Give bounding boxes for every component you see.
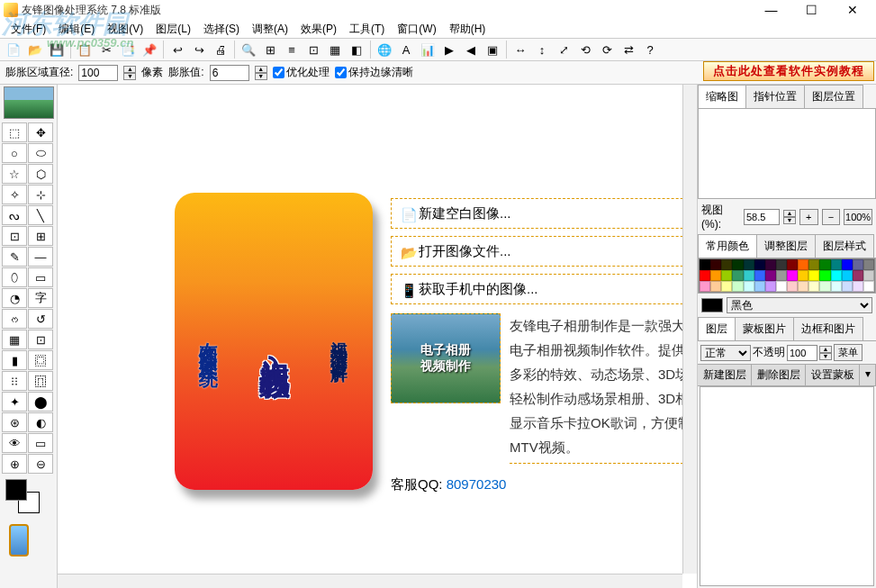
layer-menu-button[interactable]: 菜单 — [834, 344, 862, 361]
toolbar-button-0[interactable]: 📄 — [4, 40, 23, 59]
tool-7[interactable]: ⊹ — [28, 185, 53, 204]
tool-17[interactable]: 字 — [28, 288, 53, 308]
zoom-out-button[interactable]: − — [822, 209, 841, 225]
toolbar-button-17[interactable]: A — [396, 40, 416, 59]
toolbar-button-22[interactable]: ↔ — [510, 40, 530, 59]
toolbar-button-11[interactable]: ⊞ — [260, 40, 280, 59]
toolbar-button-9[interactable]: 🖨 — [211, 40, 230, 59]
palette-color[interactable] — [842, 270, 853, 281]
toolbar-button-18[interactable]: 📊 — [418, 40, 438, 59]
delete-layer-button[interactable]: 删除图层 — [752, 365, 806, 385]
menu-view[interactable]: 视图(V) — [102, 20, 149, 39]
menu-select[interactable]: 选择(S) — [198, 20, 245, 39]
palette-color[interactable] — [700, 270, 710, 281]
menu-file[interactable]: 文件(F) — [5, 20, 51, 39]
blend-mode-select[interactable]: 正常 — [700, 345, 751, 361]
toolbar-button-13[interactable]: ⊡ — [303, 40, 323, 59]
optimize-checkbox[interactable]: 优化处理 — [273, 65, 330, 80]
palette-color[interactable] — [831, 281, 842, 292]
palette-color[interactable] — [732, 259, 743, 270]
horizontal-scrollbar[interactable] — [58, 574, 682, 588]
tool-1[interactable]: ✥ — [28, 122, 53, 142]
set-mask-button[interactable]: 设置蒙板 — [806, 365, 860, 385]
toolbar-button-24[interactable]: ⤢ — [554, 40, 573, 59]
palette-color[interactable] — [744, 259, 754, 270]
tool-30[interactable]: 👁 — [2, 433, 27, 453]
tool-21[interactable]: ⊡ — [28, 330, 53, 349]
new-blank-image-link[interactable]: 📄新建空白图像... — [391, 198, 698, 229]
dilate-diameter-input[interactable] — [78, 65, 118, 81]
tool-33[interactable]: ⊖ — [28, 454, 53, 474]
menu-adjust[interactable]: 调整(A) — [247, 20, 294, 39]
toolbar-button-21[interactable]: ▣ — [483, 40, 502, 59]
palette-color[interactable] — [831, 259, 842, 270]
toolbar-button-2[interactable]: 💾 — [47, 40, 67, 59]
palette-color[interactable] — [863, 281, 874, 292]
tab-thumbnail[interactable]: 缩略图 — [698, 85, 746, 108]
tool-13[interactable]: — — [28, 247, 53, 267]
palette-color[interactable] — [765, 270, 776, 281]
zoom-in-button[interactable]: + — [799, 209, 818, 225]
palette-color[interactable] — [831, 270, 842, 281]
palette-color[interactable] — [853, 281, 863, 292]
tool-29[interactable]: ◐ — [28, 412, 53, 432]
palette-color[interactable] — [721, 281, 732, 292]
palette-color[interactable] — [776, 259, 787, 270]
tool-11[interactable]: ⊞ — [28, 226, 53, 246]
phone-icon[interactable] — [9, 524, 29, 556]
maximize-button[interactable]: ☐ — [791, 0, 832, 20]
palette-color[interactable] — [710, 270, 721, 281]
spin-up[interactable]: ▲ — [783, 210, 796, 217]
toolbar-button-25[interactable]: ⟲ — [575, 40, 595, 59]
palette-color[interactable] — [700, 259, 710, 270]
layer-list[interactable] — [700, 386, 874, 586]
palette-color[interactable] — [721, 259, 732, 270]
tool-4[interactable]: ☆ — [2, 164, 27, 184]
toolbar-button-20[interactable]: ◀ — [461, 40, 481, 59]
toolbar-button-12[interactable]: ≡ — [282, 40, 302, 59]
palette-color[interactable] — [721, 270, 732, 281]
palette-color[interactable] — [798, 281, 808, 292]
toolbar-button-6[interactable]: 📌 — [140, 40, 159, 59]
palette-color[interactable] — [776, 281, 787, 292]
tool-28[interactable]: ⊛ — [2, 412, 27, 432]
palette-color[interactable] — [710, 281, 721, 292]
qq-number[interactable]: 80970230 — [447, 476, 507, 492]
tool-31[interactable]: ▭ — [28, 433, 53, 453]
tab-pointer[interactable]: 指针位置 — [745, 85, 805, 108]
palette-color[interactable] — [732, 270, 743, 281]
tool-32[interactable]: ⊕ — [2, 454, 27, 474]
tab-layer-style[interactable]: 图层样式 — [815, 234, 874, 258]
minimize-button[interactable]: — — [751, 0, 791, 20]
toolbar-button-1[interactable]: 📂 — [25, 40, 45, 59]
get-phone-image-link[interactable]: 📱获取手机中的图像... — [391, 274, 698, 304]
tool-26[interactable]: ✦ — [2, 392, 27, 412]
color-palette[interactable] — [699, 258, 875, 293]
tool-9[interactable]: ╲ — [28, 205, 53, 225]
tutorial-banner[interactable]: 点击此处查看软件实例教程 — [703, 61, 874, 81]
toolbar-button-23[interactable]: ↕ — [532, 40, 552, 59]
menu-help[interactable]: 帮助(H) — [444, 20, 492, 39]
toolbar-button-26[interactable]: ⟳ — [597, 40, 617, 59]
palette-color[interactable] — [808, 281, 819, 292]
palette-color[interactable] — [842, 281, 853, 292]
tool-3[interactable]: ⬭ — [28, 143, 53, 163]
tool-23[interactable]: ⿴ — [28, 350, 53, 370]
tool-25[interactable]: ⿵ — [28, 371, 53, 391]
palette-color[interactable] — [798, 270, 808, 281]
menu-edit[interactable]: 编辑(E) — [53, 20, 100, 39]
tool-2[interactable]: ○ — [2, 143, 27, 163]
spin-down[interactable]: ▼ — [255, 73, 267, 80]
open-image-file-link[interactable]: 📂打开图像文件... — [391, 236, 698, 267]
menu-window[interactable]: 窗口(W) — [392, 20, 441, 39]
color-name-select[interactable]: 黑色 — [727, 297, 872, 313]
tab-mask[interactable]: 蒙板图片 — [735, 317, 794, 340]
palette-color[interactable] — [798, 259, 808, 270]
layer-more-button[interactable]: ▾ — [860, 365, 876, 385]
palette-color[interactable] — [765, 281, 776, 292]
toolbar-button-5[interactable]: 📑 — [118, 40, 138, 59]
palette-color[interactable] — [776, 270, 787, 281]
palette-color[interactable] — [863, 270, 874, 281]
tab-layers[interactable]: 图层 — [698, 317, 736, 340]
palette-color[interactable] — [787, 270, 798, 281]
